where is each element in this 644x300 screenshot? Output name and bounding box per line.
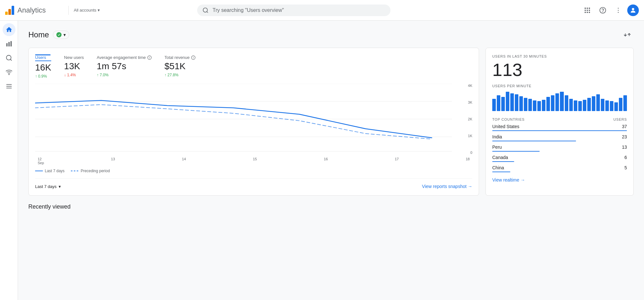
svg-rect-17 (6, 43, 7, 46)
user-avatar[interactable] (627, 5, 639, 16)
logo-bar-1 (5, 12, 8, 15)
mini-bar-item (528, 99, 532, 111)
page-header: Home ▾ (28, 28, 634, 41)
logo-bar-2 (8, 9, 11, 15)
mini-bar-item (610, 101, 613, 111)
svg-rect-8 (585, 12, 586, 13)
realtime-label: USERS IN LAST 30 MINUTES (492, 54, 627, 58)
mini-bar-item (542, 100, 545, 111)
svg-rect-9 (587, 12, 588, 13)
status-badge[interactable]: ▾ (53, 31, 69, 39)
mini-bar-item (515, 94, 518, 111)
svg-rect-25 (6, 88, 12, 89)
chevron-down-icon: ▾ (63, 32, 66, 37)
country-name: India (492, 134, 502, 139)
period-dropdown-icon: ▾ (59, 184, 61, 189)
recently-viewed-section: Recently viewed (28, 203, 634, 210)
more-icon (615, 7, 622, 14)
mini-bar-item (551, 95, 554, 111)
mini-bar-item (623, 95, 627, 111)
metric-engagement-change: ↑ 7.0% (97, 73, 151, 77)
svg-rect-5 (585, 10, 586, 11)
logo-area: Analytics (5, 6, 63, 15)
more-button[interactable] (612, 4, 625, 17)
page-title-area: Home ▾ (28, 30, 69, 39)
mini-bar-item (537, 101, 541, 111)
metric-revenue[interactable]: Total revenue $51K ↑ 27.8% (165, 55, 196, 79)
period-selector[interactable]: Last 7 days ▾ (35, 184, 61, 189)
legend-preceding: Preceding period (71, 169, 110, 173)
svg-rect-3 (587, 7, 588, 9)
mini-bar-item (506, 92, 509, 111)
mini-bar-item (605, 100, 609, 111)
mini-bar-chart (492, 92, 627, 111)
mini-bar-item (546, 97, 550, 111)
search-placeholder: Try searching "Users overview" (213, 7, 284, 13)
mini-bar-item (519, 96, 523, 111)
country-row-top: India23 (492, 134, 627, 139)
svg-rect-24 (6, 86, 12, 87)
period-label: Last 7 days (35, 184, 57, 189)
page-title: Home (28, 30, 49, 39)
main-content: Home ▾ Users 16K ↑ 0.9% (18, 21, 644, 300)
metrics-chart-card: Users 16K ↑ 0.9% New users 13K ↓ 1.4% Av… (28, 48, 479, 196)
view-realtime-link[interactable]: View realtime → (492, 177, 627, 183)
mini-bar-item (587, 98, 591, 111)
svg-point-15 (618, 12, 619, 13)
sidebar-item-advertising[interactable] (3, 66, 15, 79)
mini-bar-item (614, 102, 618, 111)
home-icon (5, 26, 13, 33)
svg-line-1 (207, 11, 208, 13)
svg-point-20 (6, 55, 11, 60)
country-name: Canada (492, 155, 508, 160)
apps-button[interactable] (581, 4, 594, 17)
metric-engagement-value: 1m 57s (97, 61, 151, 71)
sidebar-item-home[interactable] (3, 23, 15, 36)
sidebar-item-reports[interactable] (3, 37, 15, 50)
mini-bar-item (569, 99, 573, 111)
metric-new-users-change: ↓ 1.4% (64, 73, 84, 77)
svg-rect-4 (589, 7, 590, 9)
top-nav: Analytics All accounts ▾ Try searching "… (0, 0, 644, 21)
satellite-icon (5, 69, 13, 76)
help-icon (599, 7, 606, 14)
x-label-12: 12Sep (38, 157, 44, 165)
account-selector[interactable]: All accounts ▾ (74, 8, 100, 13)
users-column-label: USERS (613, 117, 627, 121)
sidebar-item-configure[interactable] (3, 80, 15, 93)
metric-engagement[interactable]: Average engagement time 1m 57s ↑ 7.0% (97, 55, 151, 79)
metric-new-users-label: New users (64, 55, 84, 60)
country-name: Peru (492, 145, 502, 150)
account-dropdown-icon: ▾ (98, 8, 100, 13)
x-label-17: 17 (395, 157, 399, 165)
view-reports-link[interactable]: View reports snapshot → (422, 184, 472, 189)
legend-last7-label: Last 7 days (45, 169, 64, 173)
svg-point-13 (618, 8, 619, 9)
sidebar (0, 21, 18, 300)
search-bar[interactable]: Try searching "Users overview" (197, 5, 390, 16)
top-countries-list: United States37India23Peru13Canada6China… (492, 124, 627, 172)
metric-new-users-value: 13K (64, 61, 84, 71)
country-row-top: United States37 (492, 124, 627, 129)
x-label-13: 13 (111, 157, 115, 165)
card-footer: Last 7 days ▾ View reports snapshot → (35, 178, 472, 189)
account-name: All accounts (74, 8, 96, 13)
metric-revenue-change: ↑ 27.8% (165, 73, 196, 77)
list-icon (5, 83, 13, 90)
country-row-top: Canada6 (492, 155, 627, 160)
compare-button[interactable] (621, 28, 634, 41)
country-bar (492, 161, 514, 162)
sidebar-item-explore[interactable] (3, 52, 15, 64)
realtime-card-footer: View realtime → (492, 177, 627, 183)
svg-rect-18 (8, 42, 10, 47)
metric-users[interactable]: Users 16K ↑ 0.9% (35, 55, 51, 79)
metric-new-users[interactable]: New users 13K ↓ 1.4% (64, 55, 84, 79)
legend-dashed-line (71, 171, 79, 171)
help-button[interactable] (596, 4, 609, 17)
mini-bar-item (510, 93, 514, 111)
logo-bar-3 (12, 6, 14, 15)
svg-point-16 (632, 8, 634, 10)
svg-point-14 (618, 10, 619, 11)
country-bar (492, 130, 627, 131)
search-icon (202, 7, 209, 14)
